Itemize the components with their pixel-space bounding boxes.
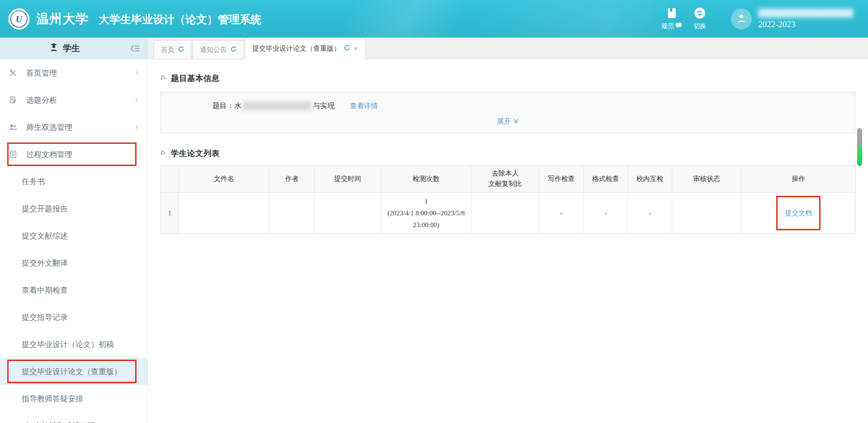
sidebar-subitem[interactable]: 提交毕业设计（论文）初稿 (0, 331, 147, 358)
table-cell (472, 192, 539, 234)
table-row: 11 (2023/4/1 8:00:00--2023/5/8 23:00:00)… (161, 192, 856, 234)
table-header-cell: 格式检查 (584, 166, 628, 193)
submit-document-link[interactable]: 提交文档 (785, 209, 812, 217)
topic-analysis-icon (9, 96, 18, 104)
scroll-indicator[interactable] (857, 128, 862, 166)
sidebar-subitem-label: 提交指导记录 (22, 312, 68, 323)
sidebar-item-label: 评审答辩和成绩管理 (26, 421, 95, 423)
sidebar-menu: 首页管理选题分析师生双选管理过程文档管理任务书提交开题报告提交文献综述提交外文翻… (0, 59, 147, 423)
sidebar-item[interactable]: 选题分析 (0, 86, 147, 114)
topic-info-panel: 题目：水与实现 查看详情 展开 (160, 92, 855, 133)
table-cell: - (628, 192, 672, 234)
topbar-actions: 规范 切换 (650, 7, 855, 30)
refresh-icon[interactable] (344, 45, 350, 52)
chevron-right-icon (134, 124, 139, 131)
tools-icon (9, 69, 18, 77)
table-cell (179, 192, 269, 234)
sidebar-header: 学生 (0, 38, 147, 59)
table-header-row: 文件名作者提交时间检测次数去除本人 文献复制比写作检查格式检查校内互检审核状态操… (161, 166, 856, 193)
table-header-cell: 检测次数 (381, 166, 472, 193)
sidebar-subitem[interactable]: 提交文献综述 (0, 222, 147, 249)
tab-3[interactable]: 提交毕业设计论文（查重版）× (245, 38, 365, 59)
list-section-title: 学生论文列表 (171, 148, 220, 159)
sidebar-subitem[interactable]: 任务书 (0, 168, 147, 195)
table-header-cell: 作者 (269, 166, 315, 193)
avatar[interactable] (731, 9, 752, 29)
tab-label: 通知公告 (200, 46, 227, 54)
topic-text-start: 水 (234, 101, 241, 111)
table-cell: - (539, 192, 584, 234)
chevron-down-icon (133, 152, 139, 157)
tab-2[interactable]: 通知公告 (193, 40, 244, 59)
table-header-cell (161, 166, 179, 193)
table-header-cell: 审核状态 (672, 166, 741, 193)
sidebar-item[interactable]: 评审答辩和成绩管理 (0, 412, 147, 423)
collapse-sidebar-icon[interactable] (130, 44, 140, 52)
tab-label: 首页 (161, 46, 175, 54)
action-cell-content: 提交文档 (782, 206, 815, 220)
tab-label: 提交毕业设计论文（查重版） (252, 44, 340, 53)
table-cell (315, 192, 381, 234)
expand-link[interactable]: 展开 (497, 117, 519, 126)
sidebar-subitem[interactable]: 提交毕业设计论文（查重版） (0, 358, 147, 385)
sidebar-subitem[interactable]: 查看中期检查 (0, 276, 147, 304)
sidebar-subitem[interactable]: 提交指导记录 (0, 304, 147, 331)
sidebar-subitem[interactable]: 提交开题报告 (0, 195, 147, 222)
chevron-right-icon (134, 96, 139, 104)
double-chevron-down-icon (513, 118, 519, 126)
topic-label: 题目： (212, 101, 234, 111)
table-cell: 1 (2023/4/1 8:00:00--2023/5/8 23:00:00) (381, 192, 472, 234)
close-icon[interactable]: × (354, 45, 358, 52)
triangle-icon (160, 149, 166, 157)
topic-section-title: 题目基本信息 (171, 73, 220, 84)
sidebar-item[interactable]: 过程文档管理 (0, 141, 147, 168)
person-icon (736, 13, 747, 25)
sidebar-subitem-label: 提交文献综述 (22, 231, 68, 241)
table-cell (269, 192, 315, 234)
top-header: U 温州大学 大学生毕业设计（论文）管理系统 规范 (0, 0, 868, 38)
sidebar-subitem[interactable]: 指导教师答疑安排 (0, 385, 147, 412)
system-title: 大学生毕业设计（论文）管理系统 (99, 12, 261, 27)
switch-button[interactable]: 切换 (693, 7, 706, 30)
refresh-icon[interactable] (231, 46, 236, 54)
sidebar-subitem-label: 提交开题报告 (22, 204, 68, 214)
table-header-cell: 提交时间 (315, 166, 381, 193)
table-header-cell: 校内互检 (628, 166, 672, 193)
topic-text-end: 与实现 (313, 101, 335, 111)
user-info: 2022-2023 (758, 9, 855, 29)
table-cell (672, 192, 741, 234)
page-body: 题目基本信息 题目：水与实现 查看详情 展开 (148, 59, 868, 423)
sidebar-item-label: 首页管理 (26, 68, 57, 78)
main-content: 首页通知公告提交毕业设计论文（查重版）× 题目基本信息 题目：水与实现 查看详情 (148, 38, 868, 423)
sidebar-item-label: 过程文档管理 (26, 149, 72, 160)
switch-label: 切换 (693, 22, 706, 30)
sidebar-subitem-label: 任务书 (22, 176, 45, 187)
paper-list-table: 文件名作者提交时间检测次数去除本人 文献复制比写作检查格式检查校内互检审核状态操… (160, 165, 856, 234)
table-cell: 1 (161, 192, 179, 234)
view-details-link[interactable]: 查看详情 (350, 101, 378, 111)
table-cell: - (584, 192, 628, 234)
book-icon (666, 7, 677, 21)
app: U 温州大学 大学生毕业设计（论文）管理系统 规范 (0, 0, 868, 423)
standards-button[interactable]: 规范 (661, 7, 682, 30)
switch-icon (694, 7, 706, 21)
table-header-cell: 操作 (741, 166, 856, 193)
academic-year: 2022-2023 (758, 19, 855, 29)
chat-bubble-icon (675, 23, 682, 30)
sidebar-subitem-label: 提交外文翻译 (22, 258, 68, 268)
sidebar-item[interactable]: 首页管理 (0, 59, 147, 86)
table-cell: 提交文档 (741, 192, 856, 234)
refresh-icon[interactable] (178, 46, 184, 54)
brand: U 温州大学 大学生毕业设计（论文）管理系统 (8, 8, 261, 30)
svg-text:U: U (16, 14, 23, 24)
university-name: 温州大学 (36, 10, 89, 28)
sidebar-role-label: 学生 (63, 43, 80, 54)
university-logo-icon: U (8, 8, 30, 30)
table-header-cell: 去除本人 文献复制比 (472, 166, 539, 193)
table-header-cell: 写作检查 (539, 166, 584, 193)
tab-bar: 首页通知公告提交毕业设计论文（查重版）× (148, 38, 868, 59)
sidebar-item[interactable]: 师生双选管理 (0, 114, 147, 141)
tab-1[interactable]: 首页 (154, 40, 191, 59)
sidebar-subitem[interactable]: 提交外文翻译 (0, 249, 147, 276)
sidebar-subitem-label: 提交毕业设计论文（查重版） (22, 366, 122, 377)
